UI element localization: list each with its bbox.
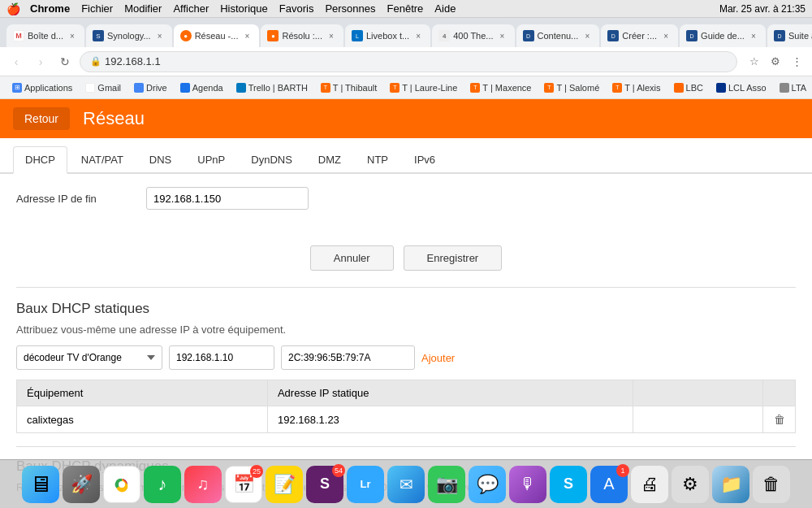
dock-itunes-icon: ♫: [197, 475, 209, 493]
dock-trash[interactable]: 🗑: [753, 466, 790, 503]
apple-icon[interactable]: 🍎: [6, 2, 20, 15]
tab-400[interactable]: 4 400 The... ×: [432, 24, 514, 47]
tab-close-resolu[interactable]: ×: [326, 30, 337, 41]
bookmark-salome[interactable]: T T | Salomé: [538, 79, 605, 97]
menu-personnes[interactable]: Personnes: [325, 2, 375, 15]
dock-chrome[interactable]: [103, 466, 140, 503]
back-button[interactable]: ‹: [6, 52, 26, 72]
tab-nav-upnp[interactable]: UPnP: [185, 146, 237, 174]
menu-chrome[interactable]: Chrome: [30, 2, 70, 15]
menu-favoris[interactable]: Favoris: [279, 2, 314, 15]
tab-resolu[interactable]: ● Résolu :... ×: [261, 24, 343, 47]
delete-icon[interactable]: 🗑: [774, 413, 785, 426]
dock-messages[interactable]: 💬: [469, 466, 506, 503]
tab-label-resolu: Résolu :...: [282, 31, 322, 41]
menu-fichier[interactable]: Fichier: [81, 2, 113, 15]
tab-nav-dns[interactable]: DNS: [137, 146, 184, 174]
tab-label-400: 400 The...: [453, 31, 493, 41]
tab-favicon-livebox: L: [352, 30, 363, 41]
menu-fenetre[interactable]: Fenêtre: [387, 2, 424, 15]
menu-aide[interactable]: Aide: [434, 2, 456, 15]
bookmark-laure[interactable]: T T | Laure-Line: [384, 79, 463, 97]
forward-button[interactable]: ›: [31, 52, 50, 72]
menu-icon[interactable]: ⋮: [788, 53, 806, 71]
content-area: Retour Réseau DHCP NAT/PAT DNS UPnP DynD…: [0, 99, 812, 508]
tab-close-400[interactable]: ×: [497, 30, 508, 41]
retour-button[interactable]: Retour: [13, 107, 70, 130]
tab-guide[interactable]: D Guide de... ×: [680, 24, 766, 47]
tab-nav-dyndns[interactable]: DynDNS: [239, 146, 304, 174]
dock-notes[interactable]: 📝: [266, 466, 303, 503]
tab-suite[interactable]: D Suite à u... ×: [767, 24, 812, 47]
tab-nav-dmz[interactable]: DMZ: [306, 146, 353, 174]
tab-close-contenu[interactable]: ×: [581, 30, 593, 41]
address-input-container[interactable]: 🔒 192.168.1.1: [80, 51, 737, 72]
bookmark-star-icon[interactable]: ☆: [745, 53, 763, 71]
dock-settings[interactable]: ⚙: [672, 466, 709, 503]
tab-nav-ntp[interactable]: NTP: [355, 146, 400, 174]
bookmark-drive[interactable]: Drive: [128, 79, 173, 97]
tab-nav-ipv6[interactable]: IPv6: [402, 146, 447, 174]
dock-files[interactable]: 📁: [712, 466, 749, 503]
dock-itunes[interactable]: ♫: [184, 466, 222, 503]
refresh-button[interactable]: ↻: [55, 52, 75, 72]
menu-modifier[interactable]: Modifier: [124, 2, 162, 15]
cancel-button[interactable]: Annuler: [310, 245, 394, 271]
dock-podcast[interactable]: 🎙: [509, 466, 546, 503]
bookmark-gmail[interactable]: Gmail: [80, 79, 127, 97]
save-button[interactable]: Enregistrer: [404, 245, 503, 271]
bookmark-maxence[interactable]: T T | Maxence: [464, 79, 537, 97]
ajouter-button[interactable]: Ajouter: [421, 349, 455, 367]
device-select[interactable]: décodeur TV d'OrangeAutre équipement: [16, 345, 162, 370]
dhcp-ip-input[interactable]: [169, 345, 274, 370]
bookmark-agenda[interactable]: Agenda: [175, 79, 229, 97]
tab-nav-dhcp[interactable]: DHCP: [13, 146, 67, 174]
address-bar: ‹ › ↻ 🔒 192.168.1.1 ☆ ⚙ ⋮: [0, 47, 812, 76]
menu-afficher[interactable]: Afficher: [173, 2, 209, 15]
tab-close-reseau[interactable]: ×: [241, 30, 253, 41]
dock-finder[interactable]: 🖥: [22, 466, 59, 503]
extension-icon[interactable]: ⚙: [767, 53, 784, 71]
tab-synology[interactable]: S Synology... ×: [86, 24, 172, 47]
tab-reseau[interactable]: ● Réseau -... ×: [174, 24, 260, 47]
menu-historique[interactable]: Historique: [220, 2, 268, 15]
tab-gmail[interactable]: M Boîte d... ×: [6, 24, 84, 47]
tab-close-synology[interactable]: ×: [154, 30, 166, 41]
tab-livebox[interactable]: L Livebox t... ×: [345, 24, 430, 47]
bookmark-applications[interactable]: ⊞ Applications: [6, 79, 78, 97]
bookmark-alexis[interactable]: T T | Alexis: [607, 79, 666, 97]
ip-end-input[interactable]: [146, 187, 309, 210]
form-area: Adresse IP de fin: [0, 174, 812, 232]
bookmark-lbc[interactable]: LBC: [668, 79, 709, 97]
tab-contenu[interactable]: D Contenu... ×: [516, 24, 600, 47]
dock-spotify[interactable]: ♪: [144, 466, 181, 503]
dock-slack[interactable]: S 54: [306, 466, 343, 503]
bookmark-lcl[interactable]: LCL Asso: [710, 79, 772, 97]
tab-nav-natpat[interactable]: NAT/PAT: [69, 146, 136, 174]
bookmark-trello[interactable]: Trello | BARTH: [231, 79, 313, 97]
tab-creer[interactable]: D Créer :... ×: [601, 24, 678, 47]
tab-close-guide[interactable]: ×: [748, 30, 759, 41]
dock-calendar-icon: 📅: [233, 474, 255, 495]
svg-point-2: [119, 481, 125, 488]
dock-lightroom[interactable]: Lr: [347, 466, 384, 503]
dock-skype[interactable]: S: [550, 466, 587, 503]
bookmark-label-salome: T | Salomé: [556, 83, 599, 93]
dock-mail[interactable]: ✉: [387, 466, 425, 503]
dock-calendar[interactable]: 📅 25: [225, 466, 262, 503]
dock-podcast-icon: 🎙: [520, 475, 536, 493]
dock-facetime[interactable]: 📷: [428, 466, 465, 503]
col-equipment: Équipement: [17, 380, 268, 406]
tab-close-gmail[interactable]: ×: [67, 30, 78, 41]
chrome-icon: [110, 473, 133, 496]
dock-appstore[interactable]: A 1: [590, 466, 628, 503]
dhcp-mac-input[interactable]: [281, 345, 415, 370]
dock-launchpad[interactable]: 🚀: [63, 466, 100, 503]
bookmark-thibault[interactable]: T T | Thibault: [315, 79, 382, 97]
tab-label-reseau: Réseau -...: [195, 31, 239, 41]
tab-close-creer[interactable]: ×: [660, 30, 672, 41]
tab-close-livebox[interactable]: ×: [412, 30, 424, 41]
bookmark-lta[interactable]: LTA: [774, 79, 812, 97]
dock-print[interactable]: 🖨: [631, 466, 668, 503]
cell-delete[interactable]: 🗑: [763, 406, 796, 433]
